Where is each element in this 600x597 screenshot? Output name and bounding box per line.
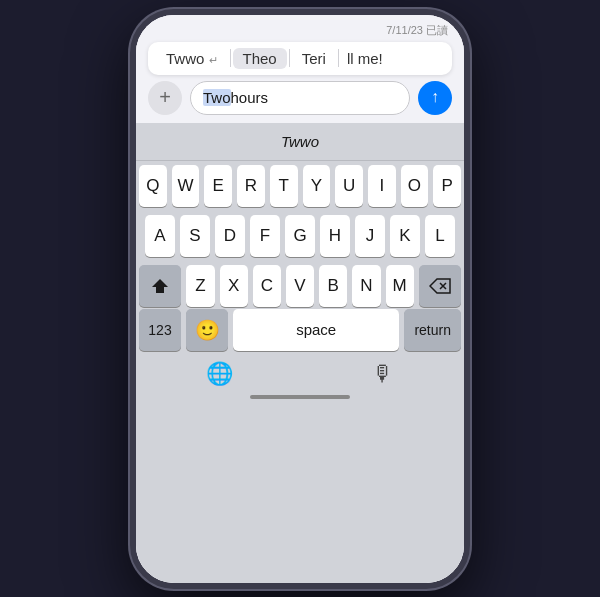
key-u[interactable]: U [335, 165, 363, 207]
emoji-key[interactable]: 🙂 [186, 309, 228, 351]
key-t[interactable]: T [270, 165, 298, 207]
key-s[interactable]: S [180, 215, 210, 257]
key-i[interactable]: I [368, 165, 396, 207]
message-area: 7/11/23 已讀 Twwo ↵ Theo Teri ll me! + Tw [136, 15, 464, 123]
home-indicator-bar [136, 391, 464, 407]
keyboard-area: Twwo Q W E R T Y U I O P [136, 123, 464, 583]
globe-icon[interactable]: 🌐 [206, 361, 233, 387]
undo-icon: ↵ [209, 54, 218, 66]
key-n[interactable]: N [352, 265, 380, 307]
key-row-2: A S D F G H J K L [139, 215, 461, 257]
phone-bottom-bar: 🌐 🎙 [136, 355, 464, 391]
key-row-1: Q W E R T Y U I O P [139, 165, 461, 207]
key-q[interactable]: Q [139, 165, 167, 207]
num-key[interactable]: 123 [139, 309, 181, 351]
key-r[interactable]: R [237, 165, 265, 207]
key-f[interactable]: F [250, 215, 280, 257]
key-e[interactable]: E [204, 165, 232, 207]
key-w[interactable]: W [172, 165, 200, 207]
message-input[interactable]: Two hours [190, 81, 410, 115]
key-z[interactable]: Z [186, 265, 214, 307]
key-x[interactable]: X [220, 265, 248, 307]
key-l[interactable]: L [425, 215, 455, 257]
highlighted-text: Two [203, 89, 231, 106]
key-m[interactable]: M [386, 265, 414, 307]
key-v[interactable]: V [286, 265, 314, 307]
key-k[interactable]: K [390, 215, 420, 257]
key-y[interactable]: Y [303, 165, 331, 207]
key-c[interactable]: C [253, 265, 281, 307]
divider-3 [338, 49, 339, 67]
shift-icon [151, 277, 169, 295]
key-a[interactable]: A [145, 215, 175, 257]
send-button[interactable]: ↑ [418, 81, 452, 115]
phone-frame: 7/11/23 已讀 Twwo ↵ Theo Teri ll me! + Tw [130, 9, 470, 589]
autocorrect-bar: Twwo ↵ Theo Teri ll me! [148, 42, 452, 75]
key-b[interactable]: B [319, 265, 347, 307]
return-key[interactable]: return [404, 309, 461, 351]
status-bar: 7/11/23 已讀 [148, 23, 452, 42]
input-row: + Two hours ↑ [148, 81, 452, 123]
timestamp-label: 7/11/23 已讀 [386, 24, 448, 36]
autocorrect-partial: ll me! [341, 48, 389, 69]
autocorrect-word-twwo[interactable]: Twwo ↵ [156, 48, 228, 69]
key-g[interactable]: G [285, 215, 315, 257]
mic-icon[interactable]: 🎙 [372, 361, 394, 387]
word-suggestion-label: Twwo [281, 133, 319, 150]
autocorrect-word-theo[interactable]: Theo [233, 48, 287, 69]
backspace-icon [429, 278, 451, 294]
autocorrect-word-teri[interactable]: Teri [292, 48, 336, 69]
add-button[interactable]: + [148, 81, 182, 115]
keyboard-keys: Q W E R T Y U I O P A S D F G [136, 161, 464, 309]
divider-2 [289, 49, 290, 67]
divider-1 [230, 49, 231, 67]
remaining-text: hours [231, 89, 269, 106]
send-icon: ↑ [431, 88, 439, 106]
key-row-3: Z X C V B N M [139, 265, 461, 307]
shift-key[interactable] [139, 265, 181, 307]
word-suggestion-bar: Twwo [136, 123, 464, 161]
key-d[interactable]: D [215, 215, 245, 257]
key-p[interactable]: P [433, 165, 461, 207]
bottom-key-row: 123 🙂 space return [136, 309, 464, 355]
key-o[interactable]: O [401, 165, 429, 207]
backspace-key[interactable] [419, 265, 461, 307]
phone-inner: 7/11/23 已讀 Twwo ↵ Theo Teri ll me! + Tw [136, 15, 464, 583]
key-j[interactable]: J [355, 215, 385, 257]
key-h[interactable]: H [320, 215, 350, 257]
home-indicator [250, 395, 350, 399]
space-key[interactable]: space [233, 309, 399, 351]
